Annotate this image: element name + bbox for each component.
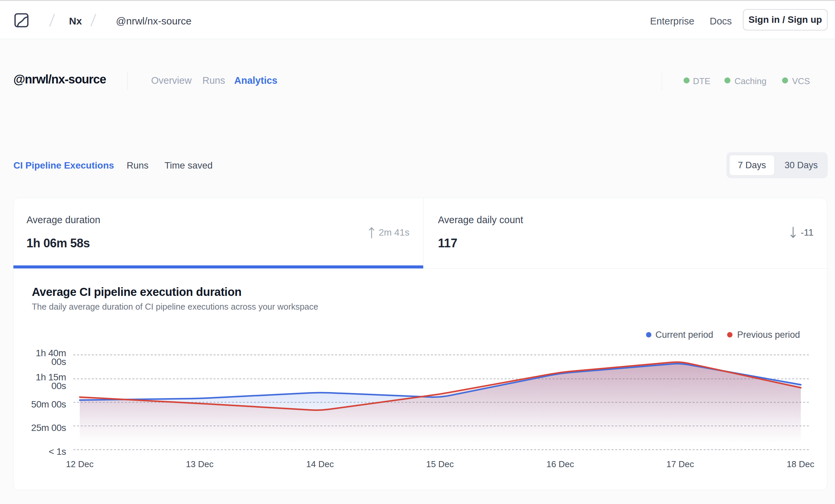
svg-text:15 Dec: 15 Dec — [426, 459, 454, 469]
svg-text:18 Dec: 18 Dec — [787, 459, 814, 469]
svg-text:13 Dec: 13 Dec — [186, 459, 213, 469]
svg-text:Previous period: Previous period — [737, 330, 800, 340]
svg-text:16 Dec: 16 Dec — [547, 459, 574, 469]
svg-text:Current period: Current period — [655, 330, 713, 340]
svg-text:17 Dec: 17 Dec — [667, 459, 694, 469]
svg-text:25m 00s: 25m 00s — [31, 423, 66, 433]
svg-text:< 1s: < 1s — [48, 446, 66, 457]
svg-text:14 Dec: 14 Dec — [306, 459, 334, 469]
svg-text:50m 00s: 50m 00s — [31, 399, 66, 409]
svg-text:00s: 00s — [51, 357, 66, 367]
svg-text:12 Dec: 12 Dec — [66, 459, 94, 469]
svg-text:00s: 00s — [51, 381, 66, 391]
